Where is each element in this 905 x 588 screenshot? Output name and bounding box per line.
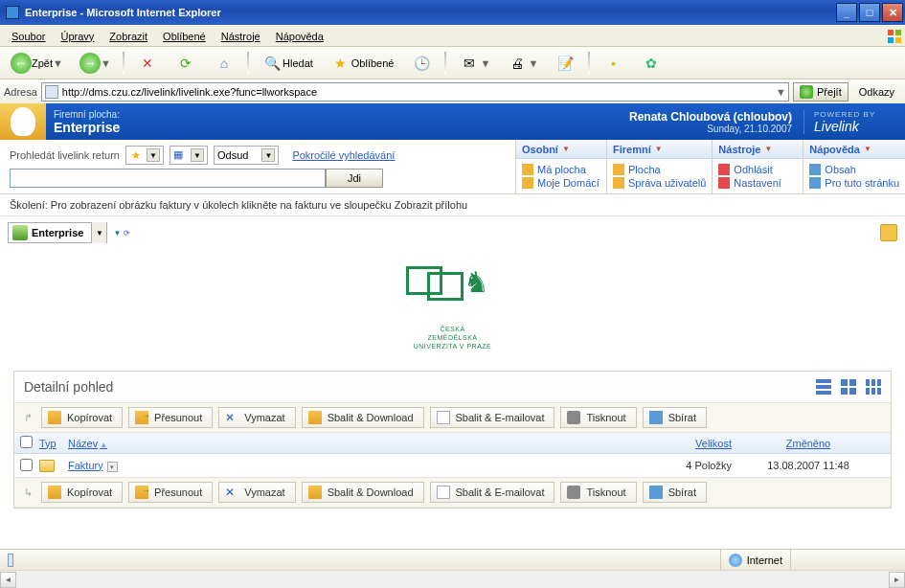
menu-upravy[interactable]: Úpravy <box>53 28 102 45</box>
window-title-bar: Enterprise - Microsoft Internet Explorer… <box>0 0 905 25</box>
select-all-checkbox[interactable] <box>20 436 33 448</box>
col-typ[interactable]: Typ <box>39 438 68 449</box>
home-button[interactable]: ⌂ <box>207 51 241 76</box>
address-input[interactable]: http://dms.czu.cz/livelink/livelink.exe?… <box>41 82 789 102</box>
icq-button[interactable]: ✿ <box>634 51 668 76</box>
link-sprava-uzivatelu[interactable]: Správa uživatelů <box>613 176 706 190</box>
print-button-panel[interactable]: Tisknout <box>560 482 636 503</box>
zip-email-button[interactable]: Sbalit & E-mailovat <box>430 482 555 503</box>
nav-napoveda-head[interactable]: Nápověda▼ <box>803 140 905 159</box>
nav-nastroje-head[interactable]: Nástroje▼ <box>713 140 803 159</box>
nav-firemni: Firemní▼ Plocha Správa uživatelů <box>606 140 712 193</box>
view-small-icons-icon[interactable] <box>866 379 881 395</box>
view-large-icons-icon[interactable] <box>841 379 856 395</box>
link-plocha[interactable]: Plocha <box>613 163 706 176</box>
zip-download-button[interactable]: Sbalit & Download <box>302 407 424 428</box>
zip-download-button[interactable]: Sbalit & Download <box>302 482 424 503</box>
horizontal-scrollbar[interactable]: ◄ ► <box>0 570 905 588</box>
row-name-link[interactable]: Faktury <box>68 460 103 471</box>
links-button[interactable]: Odkazy <box>852 79 901 104</box>
collect-button[interactable]: Sbírat <box>643 407 707 428</box>
move-button[interactable]: Přesunout <box>128 407 213 428</box>
status-bar: Internet <box>0 549 905 570</box>
breadcrumb-dropdown-icon[interactable]: ▼ <box>91 222 106 243</box>
svg-rect-3 <box>895 37 901 43</box>
action-lead-icon: ↳ <box>20 485 35 500</box>
nav-osobni-head[interactable]: Osobní▼ <box>516 140 606 159</box>
close-button[interactable]: ✕ <box>882 3 903 22</box>
panel-title: Detailní pohled <box>24 379 113 395</box>
print-button-panel[interactable]: Tisknout <box>560 407 636 428</box>
delete-icon <box>225 486 238 499</box>
scroll-left-arrow[interactable]: ◄ <box>0 572 16 588</box>
search-scope-dropdown[interactable]: Odsud▼ <box>214 146 279 165</box>
history-button[interactable]: 🕒 <box>404 51 439 76</box>
copy-button[interactable]: Kopírovat <box>41 482 123 503</box>
mail-icon <box>437 411 450 424</box>
link-ma-plocha[interactable]: Má plocha <box>522 163 600 176</box>
stop-button[interactable]: ✕ <box>130 51 165 76</box>
link-odhlasit[interactable]: Odhlásit <box>718 163 797 176</box>
delete-icon <box>225 411 238 424</box>
go-button[interactable]: Přejít <box>793 82 848 102</box>
link-moje-domaci[interactable]: Moje Domácí <box>522 176 600 190</box>
address-label: Adresa <box>4 86 37 98</box>
scroll-right-arrow[interactable]: ► <box>889 572 905 588</box>
note-button[interactable]: ▪ <box>596 51 630 76</box>
print-icon <box>567 411 580 424</box>
forward-button[interactable]: →▼ <box>73 51 117 76</box>
livelink-brand: POWERED BY Livelink <box>803 110 897 134</box>
nav-firemni-head[interactable]: Firemní▼ <box>607 140 712 159</box>
zip-email-button[interactable]: Sbalit & E-mailovat <box>430 407 555 428</box>
row-checkbox[interactable] <box>20 459 33 471</box>
link-obsah[interactable]: Obsah <box>809 163 899 176</box>
col-zmeneno[interactable]: Změněno <box>732 438 885 449</box>
zip-icon <box>308 411 322 424</box>
collect-button[interactable]: Sbírat <box>643 482 707 503</box>
mail-button[interactable]: ✉▼ <box>452 51 496 76</box>
copy-icon <box>48 411 61 424</box>
search-button[interactable]: 🔍Hledat <box>255 51 320 76</box>
row-functions-dropdown-icon[interactable]: ▾ <box>107 462 118 472</box>
view-list-icon[interactable] <box>816 379 831 395</box>
current-date: Sunday, 21.10.2007 <box>629 124 792 134</box>
search-panel: Prohledát livelink return ★▼ ▦▼ Odsud▼ P… <box>0 140 515 193</box>
edit-button[interactable]: 📝 <box>548 51 582 76</box>
refresh-icon[interactable]: ▼ ⟳ <box>113 229 129 237</box>
svg-rect-0 <box>888 30 894 35</box>
maximize-button[interactable]: □ <box>859 3 880 22</box>
help-icon <box>809 177 821 189</box>
search-type-dropdown[interactable]: ▦▼ <box>170 146 208 165</box>
menu-nastroje[interactable]: Nástroje <box>214 28 268 45</box>
folder-icon <box>522 164 533 175</box>
czu-logo: ♞ ČESKÁ ZEMĚDĚLSKÁ UNIVERZITA V PRAZE <box>0 249 905 371</box>
back-button[interactable]: ←Zpět▼ <box>4 51 69 76</box>
favorites-button[interactable]: ★Oblíbené <box>324 51 401 76</box>
minimize-button[interactable]: _ <box>836 3 857 22</box>
link-nastaveni[interactable]: Nastavení <box>718 176 797 190</box>
col-velikost[interactable]: Velikost <box>617 438 732 449</box>
delete-button[interactable]: Vymazat <box>218 482 295 503</box>
zip-icon <box>308 486 322 499</box>
move-button[interactable]: Přesunout <box>128 482 213 503</box>
home-icon <box>522 177 533 189</box>
menu-zobrazit[interactable]: Zobrazit <box>102 28 155 45</box>
link-pro-tuto-stranku[interactable]: Pro tuto stránku <box>809 176 899 190</box>
menu-napoveda[interactable]: Nápověda <box>268 28 331 45</box>
refresh-button[interactable]: ⟳ <box>169 51 203 76</box>
print-button[interactable]: 🖨▼ <box>500 51 544 76</box>
menu-soubor[interactable]: Soubor <box>4 28 53 45</box>
menu-oblibene[interactable]: Oblíbené <box>155 28 214 45</box>
search-fav-dropdown[interactable]: ★▼ <box>125 146 164 165</box>
copy-button[interactable]: Kopírovat <box>41 407 123 428</box>
search-input[interactable] <box>10 169 326 188</box>
sort-asc-icon: ▲ <box>100 441 107 449</box>
edit-page-icon[interactable] <box>880 224 897 241</box>
search-go-button[interactable]: Jdi <box>326 169 383 188</box>
breadcrumb-box[interactable]: Enterprise ▼ <box>8 222 107 243</box>
delete-button[interactable]: Vymazat <box>218 407 295 428</box>
advanced-search-link[interactable]: Pokročilé vyhledávání <box>292 149 395 161</box>
address-dropdown-icon[interactable]: ▼ <box>776 86 785 98</box>
users-icon <box>613 177 624 189</box>
col-nazev[interactable]: Název▲ <box>68 438 617 449</box>
